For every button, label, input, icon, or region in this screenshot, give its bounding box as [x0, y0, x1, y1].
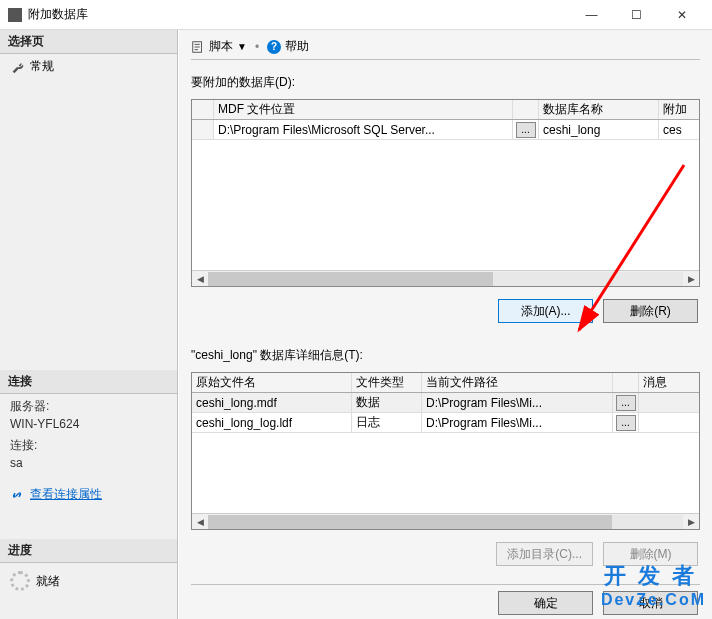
close-button[interactable]: ✕: [659, 0, 704, 30]
minimize-button[interactable]: —: [569, 0, 614, 30]
row-selector[interactable]: [192, 120, 214, 139]
msg-cell[interactable]: [639, 413, 699, 432]
titlebar: 附加数据库 — ☐ ✕: [0, 0, 712, 30]
script-button[interactable]: 脚本 ▼: [191, 38, 247, 55]
sidebar: 选择页 常规 连接 服务器: WIN-YFL624 连接: sa 查看连接属性 …: [0, 30, 178, 619]
help-button[interactable]: ? 帮助: [267, 38, 309, 55]
view-conn-props-link[interactable]: 查看连接属性: [30, 486, 102, 503]
maximize-button[interactable]: ☐: [614, 0, 659, 30]
server-label: 服务器:: [10, 398, 167, 415]
browse-path-button[interactable]: ...: [616, 395, 636, 411]
chevron-down-icon: ▼: [237, 41, 247, 52]
remove-detail-button[interactable]: 删除(M): [603, 542, 698, 566]
details-section-label: "ceshi_long" 数据库详细信息(T):: [191, 347, 700, 364]
app-icon: [8, 8, 22, 22]
toolbar: 脚本 ▼ • ? 帮助: [191, 38, 700, 60]
spinner-icon: [10, 571, 30, 591]
attach-hscroll[interactable]: ◀ ▶: [192, 270, 699, 286]
origfile-cell[interactable]: ceshi_long_log.ldf: [192, 413, 352, 432]
sidebar-item-general[interactable]: 常规: [0, 54, 177, 79]
dbname-col-header[interactable]: 数据库名称: [539, 100, 659, 119]
msg-cell[interactable]: [639, 393, 699, 412]
window-title: 附加数据库: [28, 6, 569, 23]
progress-header: 进度: [0, 539, 177, 563]
cancel-button[interactable]: 取消: [603, 591, 698, 615]
details-grid: 原始文件名 文件类型 当前文件路径 消息 ceshi_long.mdf 数据 D…: [191, 372, 700, 530]
script-label: 脚本: [209, 38, 233, 55]
details-hscroll[interactable]: ◀ ▶: [192, 513, 699, 529]
connection-header: 连接: [0, 370, 177, 394]
browse-mdf-button[interactable]: ...: [516, 122, 536, 138]
filetype-cell[interactable]: 数据: [352, 393, 422, 412]
attach-row[interactable]: D:\Program Files\Microsoft SQL Server...…: [192, 120, 699, 140]
conn-label: 连接:: [10, 437, 167, 454]
scroll-right-icon[interactable]: ▶: [683, 515, 699, 529]
mdf-path-cell[interactable]: D:\Program Files\Microsoft SQL Server...: [214, 120, 513, 139]
help-label: 帮助: [285, 38, 309, 55]
filetype-cell[interactable]: 日志: [352, 413, 422, 432]
mdf-col-header[interactable]: MDF 文件位置: [214, 100, 513, 119]
details-row[interactable]: ceshi_long_log.ldf 日志 D:\Program Files\M…: [192, 413, 699, 433]
ok-button[interactable]: 确定: [498, 591, 593, 615]
details-row[interactable]: ceshi_long.mdf 数据 D:\Program Files\Mi...…: [192, 393, 699, 413]
script-icon: [191, 40, 205, 54]
add-dir-button[interactable]: 添加目录(C)...: [496, 542, 593, 566]
progress-status: 就绪: [36, 573, 60, 590]
wrench-icon: [10, 60, 24, 74]
chain-icon: [10, 488, 24, 502]
msg-col-header[interactable]: 消息: [639, 373, 699, 392]
scroll-left-icon[interactable]: ◀: [192, 515, 208, 529]
dbname-cell[interactable]: ceshi_long: [539, 120, 659, 139]
select-page-header: 选择页: [0, 30, 177, 54]
attach-grid: MDF 文件位置 数据库名称 附加 D:\Program Files\Micro…: [191, 99, 700, 287]
curpath-cell[interactable]: D:\Program Files\Mi...: [422, 413, 613, 432]
conn-value: sa: [10, 456, 167, 470]
details-grid-header: 原始文件名 文件类型 当前文件路径 消息: [192, 373, 699, 393]
view-conn-props[interactable]: 查看连接属性: [0, 480, 177, 509]
remove-button[interactable]: 删除(R): [603, 299, 698, 323]
scroll-left-icon[interactable]: ◀: [192, 272, 208, 286]
main-panel: 脚本 ▼ • ? 帮助 要附加的数据库(D): MDF 文件位置 数据库名称 附…: [178, 30, 712, 619]
help-icon: ?: [267, 40, 281, 54]
attach-cell[interactable]: ces: [659, 120, 699, 139]
origfile-col-header[interactable]: 原始文件名: [192, 373, 352, 392]
server-value: WIN-YFL624: [10, 417, 167, 431]
curpath-col-header[interactable]: 当前文件路径: [422, 373, 613, 392]
attach-grid-header: MDF 文件位置 数据库名称 附加: [192, 100, 699, 120]
scroll-thumb[interactable]: [208, 272, 493, 286]
scroll-thumb[interactable]: [208, 515, 612, 529]
dialog-footer: 确定 取消: [191, 584, 700, 615]
filetype-col-header[interactable]: 文件类型: [352, 373, 422, 392]
curpath-cell[interactable]: D:\Program Files\Mi...: [422, 393, 613, 412]
attach-section-label: 要附加的数据库(D):: [191, 74, 700, 91]
add-button[interactable]: 添加(A)...: [498, 299, 593, 323]
general-label: 常规: [30, 58, 54, 75]
attach-col-header[interactable]: 附加: [659, 100, 699, 119]
origfile-cell[interactable]: ceshi_long.mdf: [192, 393, 352, 412]
scroll-right-icon[interactable]: ▶: [683, 272, 699, 286]
browse-path-button[interactable]: ...: [616, 415, 636, 431]
row-selector-header: [192, 100, 214, 119]
